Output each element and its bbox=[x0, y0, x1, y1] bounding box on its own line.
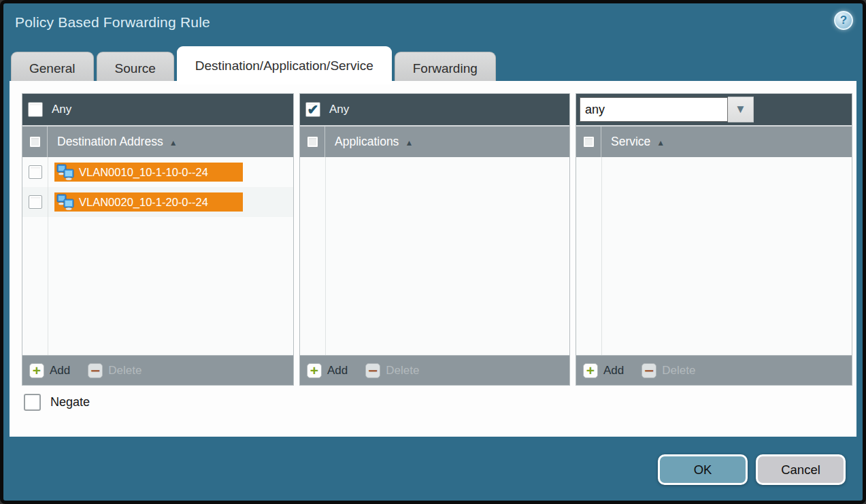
service-select-all-checkbox[interactable] bbox=[583, 136, 595, 148]
sort-asc-icon[interactable]: ▲ bbox=[656, 137, 665, 148]
address-object-name: VLAN0010_10-1-10-0--24 bbox=[79, 166, 208, 179]
chevron-down-icon[interactable]: ▼ bbox=[728, 97, 754, 122]
add-icon: + bbox=[310, 363, 318, 377]
destination-column-header: Destination Address ▲ bbox=[22, 125, 293, 157]
add-button[interactable]: + Add bbox=[307, 363, 348, 378]
applications-any-bar: ✔ Any bbox=[300, 94, 569, 125]
sort-asc-icon[interactable]: ▲ bbox=[405, 137, 413, 148]
delete-button[interactable]: − Delete bbox=[88, 363, 141, 378]
applications-select-all-checkbox[interactable] bbox=[307, 136, 318, 148]
delete-icon: − bbox=[644, 363, 654, 379]
add-icon: + bbox=[586, 363, 595, 377]
service-dropdown-input[interactable] bbox=[580, 97, 728, 122]
sort-asc-icon[interactable]: ▲ bbox=[169, 137, 178, 148]
service-column-label: Service bbox=[611, 135, 650, 149]
network-icon bbox=[56, 194, 75, 210]
delete-icon: − bbox=[90, 363, 100, 379]
applications-list bbox=[300, 157, 569, 355]
add-button[interactable]: + Add bbox=[29, 363, 70, 378]
applications-any-checkbox[interactable]: ✔ bbox=[305, 102, 320, 117]
delete-icon: − bbox=[368, 363, 378, 379]
address-object-chip[interactable]: VLAN0010_10-1-10-0--24 bbox=[54, 163, 243, 182]
destination-column-label: Destination Address bbox=[57, 135, 163, 149]
row-checkbox[interactable] bbox=[29, 165, 42, 179]
delete-button[interactable]: − Delete bbox=[365, 363, 419, 378]
service-dropdown-bar: ▼ bbox=[576, 94, 852, 125]
tab-destination-application-service[interactable]: Destination/Application/Service bbox=[177, 46, 392, 84]
address-object-chip[interactable]: VLAN0020_10-1-20-0--24 bbox=[54, 192, 243, 212]
address-object-name: VLAN0020_10-1-20-0--24 bbox=[79, 196, 208, 209]
negate-label: Negate bbox=[50, 395, 90, 409]
service-panel: ▼ Service ▲ + Add − Delete bbox=[576, 93, 852, 386]
destination-list: VLAN0010_10-1-10-0--24 bbox=[22, 157, 293, 355]
tab-forwarding[interactable]: Forwarding bbox=[395, 52, 496, 84]
tab-bar: General Source Destination/Application/S… bbox=[11, 46, 496, 84]
service-list bbox=[576, 157, 852, 355]
applications-column-label: Applications bbox=[335, 135, 399, 149]
destination-select-all-checkbox[interactable] bbox=[29, 136, 41, 148]
destination-any-bar: ✔ Any bbox=[22, 94, 293, 125]
service-footer: + Add − Delete bbox=[576, 355, 852, 385]
help-icon[interactable]: ? bbox=[834, 11, 853, 30]
dialog-title: Policy Based Forwarding Rule bbox=[15, 14, 210, 31]
applications-column-header: Applications ▲ bbox=[300, 125, 569, 157]
add-icon: + bbox=[33, 363, 41, 377]
add-button[interactable]: + Add bbox=[583, 363, 624, 378]
network-icon bbox=[56, 164, 75, 180]
tab-content: ✔ Any Destination Address ▲ bbox=[10, 81, 856, 437]
destination-address-panel: ✔ Any Destination Address ▲ bbox=[22, 93, 294, 386]
destination-footer: + Add − Delete bbox=[22, 355, 293, 385]
destination-any-label: Any bbox=[52, 103, 71, 116]
applications-panel: ✔ Any Applications ▲ + Add − Delete bbox=[299, 93, 570, 386]
destination-any-checkbox[interactable]: ✔ bbox=[28, 102, 43, 117]
cancel-button[interactable]: Cancel bbox=[756, 454, 846, 485]
applications-any-label: Any bbox=[329, 103, 349, 116]
tab-general[interactable]: General bbox=[11, 52, 94, 84]
service-dropdown: ▼ bbox=[580, 97, 754, 122]
ok-button[interactable]: OK bbox=[658, 454, 748, 485]
service-column-header: Service ▲ bbox=[576, 125, 852, 157]
delete-button[interactable]: − Delete bbox=[642, 363, 695, 378]
policy-based-forwarding-dialog: Policy Based Forwarding Rule ? General S… bbox=[0, 0, 866, 504]
negate-option: ✔ Negate bbox=[24, 394, 90, 411]
applications-footer: + Add − Delete bbox=[300, 355, 569, 385]
table-row[interactable]: VLAN0020_10-1-20-0--24 bbox=[22, 187, 293, 217]
table-row[interactable]: VLAN0010_10-1-10-0--24 bbox=[22, 157, 293, 187]
row-checkbox[interactable] bbox=[29, 195, 42, 209]
tab-source[interactable]: Source bbox=[97, 52, 174, 84]
negate-checkbox[interactable]: ✔ bbox=[24, 394, 41, 411]
